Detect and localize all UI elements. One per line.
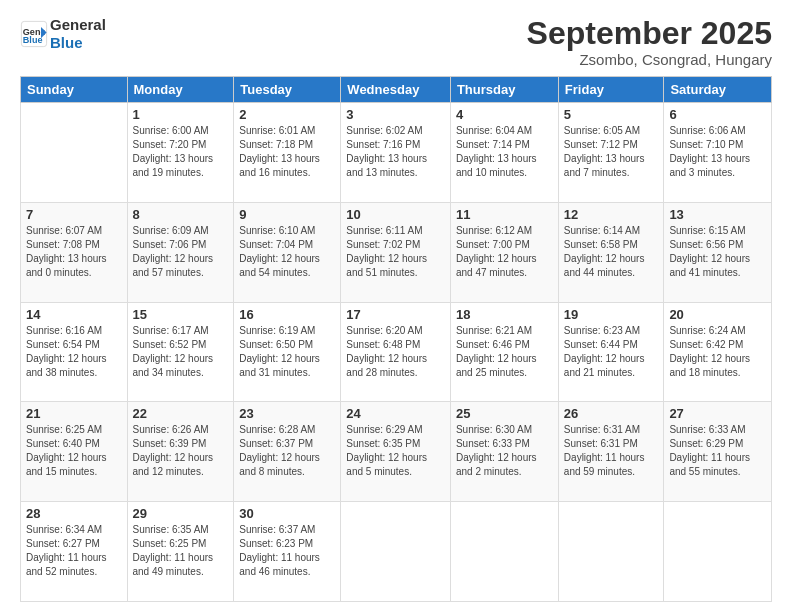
day-number: 23 [239,406,335,421]
day-number: 20 [669,307,766,322]
day-detail: Sunrise: 6:25 AM Sunset: 6:40 PM Dayligh… [26,423,122,479]
day-number: 11 [456,207,553,222]
calendar-cell-4-1: 21Sunrise: 6:25 AM Sunset: 6:40 PM Dayli… [21,402,128,502]
calendar-cell-1-1 [21,103,128,203]
day-number: 17 [346,307,445,322]
page: Gene Blue General Blue September 2025 Zs… [0,0,792,612]
calendar-cell-1-4: 3Sunrise: 6:02 AM Sunset: 7:16 PM Daylig… [341,103,451,203]
day-number: 18 [456,307,553,322]
calendar-cell-5-4 [341,502,451,602]
calendar-cell-1-7: 6Sunrise: 6:06 AM Sunset: 7:10 PM Daylig… [664,103,772,203]
day-number: 29 [133,506,229,521]
day-number: 24 [346,406,445,421]
day-number: 22 [133,406,229,421]
day-number: 1 [133,107,229,122]
day-detail: Sunrise: 6:33 AM Sunset: 6:29 PM Dayligh… [669,423,766,479]
day-number: 27 [669,406,766,421]
calendar-cell-4-2: 22Sunrise: 6:26 AM Sunset: 6:39 PM Dayli… [127,402,234,502]
calendar-cell-2-7: 13Sunrise: 6:15 AM Sunset: 6:56 PM Dayli… [664,202,772,302]
title-block: September 2025 Zsombo, Csongrad, Hungary [527,16,772,68]
day-detail: Sunrise: 6:12 AM Sunset: 7:00 PM Dayligh… [456,224,553,280]
calendar-cell-2-3: 9Sunrise: 6:10 AM Sunset: 7:04 PM Daylig… [234,202,341,302]
day-number: 5 [564,107,659,122]
calendar-cell-5-7 [664,502,772,602]
day-detail: Sunrise: 6:14 AM Sunset: 6:58 PM Dayligh… [564,224,659,280]
day-detail: Sunrise: 6:19 AM Sunset: 6:50 PM Dayligh… [239,324,335,380]
calendar-cell-4-5: 25Sunrise: 6:30 AM Sunset: 6:33 PM Dayli… [450,402,558,502]
calendar-cell-5-5 [450,502,558,602]
calendar-cell-2-6: 12Sunrise: 6:14 AM Sunset: 6:58 PM Dayli… [558,202,664,302]
page-title: September 2025 [527,16,772,51]
day-detail: Sunrise: 6:17 AM Sunset: 6:52 PM Dayligh… [133,324,229,380]
day-number: 28 [26,506,122,521]
day-detail: Sunrise: 6:01 AM Sunset: 7:18 PM Dayligh… [239,124,335,180]
day-number: 4 [456,107,553,122]
calendar-week-3: 14Sunrise: 6:16 AM Sunset: 6:54 PM Dayli… [21,302,772,402]
header-thursday: Thursday [450,77,558,103]
header-monday: Monday [127,77,234,103]
day-detail: Sunrise: 6:05 AM Sunset: 7:12 PM Dayligh… [564,124,659,180]
day-detail: Sunrise: 6:37 AM Sunset: 6:23 PM Dayligh… [239,523,335,579]
calendar-cell-5-3: 30Sunrise: 6:37 AM Sunset: 6:23 PM Dayli… [234,502,341,602]
day-detail: Sunrise: 6:15 AM Sunset: 6:56 PM Dayligh… [669,224,766,280]
day-detail: Sunrise: 6:11 AM Sunset: 7:02 PM Dayligh… [346,224,445,280]
day-detail: Sunrise: 6:31 AM Sunset: 6:31 PM Dayligh… [564,423,659,479]
day-number: 30 [239,506,335,521]
logo-icon: Gene Blue [20,20,48,48]
calendar-cell-2-2: 8Sunrise: 6:09 AM Sunset: 7:06 PM Daylig… [127,202,234,302]
day-number: 13 [669,207,766,222]
calendar-week-2: 7Sunrise: 6:07 AM Sunset: 7:08 PM Daylig… [21,202,772,302]
day-detail: Sunrise: 6:23 AM Sunset: 6:44 PM Dayligh… [564,324,659,380]
calendar-week-5: 28Sunrise: 6:34 AM Sunset: 6:27 PM Dayli… [21,502,772,602]
header-wednesday: Wednesday [341,77,451,103]
header-sunday: Sunday [21,77,128,103]
day-number: 7 [26,207,122,222]
calendar-cell-1-2: 1Sunrise: 6:00 AM Sunset: 7:20 PM Daylig… [127,103,234,203]
calendar-cell-4-6: 26Sunrise: 6:31 AM Sunset: 6:31 PM Dayli… [558,402,664,502]
calendar-cell-4-7: 27Sunrise: 6:33 AM Sunset: 6:29 PM Dayli… [664,402,772,502]
day-number: 12 [564,207,659,222]
header-tuesday: Tuesday [234,77,341,103]
svg-text:Blue: Blue [23,35,43,45]
day-detail: Sunrise: 6:28 AM Sunset: 6:37 PM Dayligh… [239,423,335,479]
logo-line2: Blue [50,34,83,51]
calendar-cell-1-6: 5Sunrise: 6:05 AM Sunset: 7:12 PM Daylig… [558,103,664,203]
logo: Gene Blue General Blue [20,16,106,52]
day-number: 14 [26,307,122,322]
calendar-cell-3-6: 19Sunrise: 6:23 AM Sunset: 6:44 PM Dayli… [558,302,664,402]
day-detail: Sunrise: 6:02 AM Sunset: 7:16 PM Dayligh… [346,124,445,180]
day-detail: Sunrise: 6:34 AM Sunset: 6:27 PM Dayligh… [26,523,122,579]
day-number: 6 [669,107,766,122]
day-detail: Sunrise: 6:20 AM Sunset: 6:48 PM Dayligh… [346,324,445,380]
calendar-cell-2-4: 10Sunrise: 6:11 AM Sunset: 7:02 PM Dayli… [341,202,451,302]
calendar-cell-3-5: 18Sunrise: 6:21 AM Sunset: 6:46 PM Dayli… [450,302,558,402]
page-subtitle: Zsombo, Csongrad, Hungary [527,51,772,68]
day-detail: Sunrise: 6:04 AM Sunset: 7:14 PM Dayligh… [456,124,553,180]
logo-line1: General [50,16,106,33]
day-number: 8 [133,207,229,222]
day-detail: Sunrise: 6:07 AM Sunset: 7:08 PM Dayligh… [26,224,122,280]
calendar-cell-3-3: 16Sunrise: 6:19 AM Sunset: 6:50 PM Dayli… [234,302,341,402]
day-number: 25 [456,406,553,421]
day-detail: Sunrise: 6:00 AM Sunset: 7:20 PM Dayligh… [133,124,229,180]
calendar-cell-3-2: 15Sunrise: 6:17 AM Sunset: 6:52 PM Dayli… [127,302,234,402]
day-detail: Sunrise: 6:09 AM Sunset: 7:06 PM Dayligh… [133,224,229,280]
day-number: 15 [133,307,229,322]
calendar-cell-4-3: 23Sunrise: 6:28 AM Sunset: 6:37 PM Dayli… [234,402,341,502]
day-detail: Sunrise: 6:10 AM Sunset: 7:04 PM Dayligh… [239,224,335,280]
calendar-cell-4-4: 24Sunrise: 6:29 AM Sunset: 6:35 PM Dayli… [341,402,451,502]
calendar-cell-2-5: 11Sunrise: 6:12 AM Sunset: 7:00 PM Dayli… [450,202,558,302]
day-number: 3 [346,107,445,122]
calendar-cell-5-2: 29Sunrise: 6:35 AM Sunset: 6:25 PM Dayli… [127,502,234,602]
day-detail: Sunrise: 6:21 AM Sunset: 6:46 PM Dayligh… [456,324,553,380]
day-detail: Sunrise: 6:30 AM Sunset: 6:33 PM Dayligh… [456,423,553,479]
calendar-cell-1-5: 4Sunrise: 6:04 AM Sunset: 7:14 PM Daylig… [450,103,558,203]
day-number: 10 [346,207,445,222]
day-detail: Sunrise: 6:06 AM Sunset: 7:10 PM Dayligh… [669,124,766,180]
day-number: 2 [239,107,335,122]
calendar-week-4: 21Sunrise: 6:25 AM Sunset: 6:40 PM Dayli… [21,402,772,502]
day-number: 21 [26,406,122,421]
day-number: 26 [564,406,659,421]
calendar-header-row: Sunday Monday Tuesday Wednesday Thursday… [21,77,772,103]
header-saturday: Saturday [664,77,772,103]
